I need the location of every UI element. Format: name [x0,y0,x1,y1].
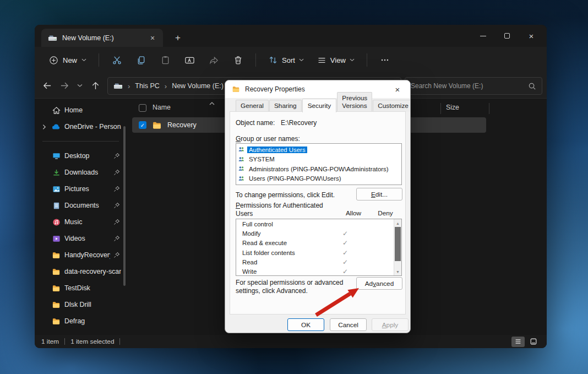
view-button[interactable]: View [312,51,360,69]
allow-checkmark[interactable]: ✓ [330,268,361,275]
tab-general[interactable]: General [236,100,269,112]
permission-row-read-execute[interactable]: Read & execute ✓ [236,239,401,248]
window-close-icon[interactable]: × [519,25,543,47]
sidebar-item-documents[interactable]: Documents [37,197,124,214]
group-item-administrators[interactable]: Administrators (PING-PANG-POW\Administra… [236,164,401,174]
group-item-label: Authenticated Users [247,147,307,153]
pin-icon [113,169,121,176]
sort-button[interactable]: Sort [263,51,309,69]
tab-bar: New Volume (E:) × + × [35,25,547,47]
sidebar-item-desktop[interactable]: Desktop [37,148,124,164]
delete-button[interactable] [227,51,249,69]
edit-button[interactable]: Edit... [356,188,402,200]
sidebar-item-pictures[interactable]: Pictures [37,181,124,197]
group-user-list: Authenticated Users SYSTEM Administrator… [236,143,402,185]
status-divider [64,338,65,345]
allow-column-header: Allow [338,209,369,217]
folder-icon [232,85,240,93]
tab-sharing[interactable]: Sharing [269,100,302,112]
chevron-right-icon[interactable] [40,124,48,130]
scroll-up-icon[interactable]: ▲ [394,219,401,227]
breadcrumb-separator: › [165,82,167,90]
cancel-button[interactable]: Cancel [330,318,367,331]
permission-row-modify[interactable]: Modify ✓ [236,229,401,238]
search-icon[interactable] [528,82,536,90]
sidebar-item-music[interactable]: Music [37,214,124,230]
ellipsis-icon [380,55,390,65]
scroll-down-icon[interactable]: ▼ [394,268,401,275]
explorer-tab[interactable]: New Volume (E:) × [41,29,163,47]
tab-previous-versions[interactable]: Previous Versions [337,92,372,112]
permission-row-list-folder-contents[interactable]: List folder contents ✓ [236,248,401,257]
recent-locations-icon[interactable] [73,77,86,95]
scissors-icon [112,55,122,66]
column-separator[interactable] [489,103,489,114]
permission-row-read[interactable]: Read ✓ [236,257,401,267]
rename-button[interactable] [178,51,200,69]
permissions-list: Full control Modify ✓ Read & execute ✓ L… [236,219,402,276]
column-header-size[interactable]: Size [446,104,459,111]
permissions-label: Permissions for Authenticated Users [236,202,337,218]
music-icon [51,218,61,226]
forward-icon[interactable] [56,77,73,95]
dialog-title-bar: Recovery Properties × [225,80,410,98]
tab-customize[interactable]: Customize [373,100,411,112]
row-checkbox-checked[interactable]: ✓ [139,121,146,129]
allow-checkmark[interactable]: ✓ [330,258,361,266]
group-item-system[interactable]: SYSTEM [236,155,401,165]
group-item-label: Users (PING-PANG-POW\Users) [247,175,342,182]
sidebar-item-label: Downloads [64,169,110,176]
group-or-user-names-label: Group or user names: [236,135,300,143]
new-tab-button[interactable]: + [170,30,186,46]
permission-row-full-control[interactable]: Full control [236,219,401,229]
scrollbar-thumb[interactable] [395,227,401,261]
select-all-checkbox[interactable] [139,104,146,112]
large-icons-view-button[interactable] [527,337,540,347]
sort-icon [268,55,278,65]
sidebar-item-defrag[interactable]: Defrag [37,313,124,329]
sidebar-item-testdisk[interactable]: TestDisk [37,280,124,296]
maximize-icon[interactable] [495,25,519,47]
permissions-scrollbar[interactable]: ▲▼ [394,219,401,275]
allow-checkmark[interactable]: ✓ [330,239,361,247]
share-button[interactable] [203,51,225,69]
sidebar-item-handyrecovery[interactable]: HandyRecovery [37,247,124,263]
breadcrumb-item-this-pc[interactable]: This PC [135,82,159,90]
window-controls: × [471,25,543,47]
pin-icon [113,235,121,242]
allow-checkmark[interactable]: ✓ [330,249,361,257]
sidebar-item-onedrive[interactable]: OneDrive - Personal [37,118,124,135]
pictures-icon [51,185,61,193]
back-icon[interactable] [38,77,56,95]
copy-button[interactable] [130,51,152,69]
sidebar-item-data-recovery-scan[interactable]: data-recovery-scan [37,263,124,280]
desktop-icon [51,152,61,160]
search-input[interactable] [411,82,528,90]
tab-close-icon[interactable]: × [146,32,159,44]
column-header-name[interactable]: Name [153,104,171,111]
allow-checkmark[interactable]: ✓ [330,230,361,237]
group-item-authenticated-users[interactable]: Authenticated Users [236,145,401,155]
new-button[interactable]: New [43,51,92,69]
more-options-button[interactable] [374,51,396,69]
column-separator[interactable] [440,103,441,114]
tab-security[interactable]: Security [302,99,337,112]
paste-button[interactable] [154,51,176,69]
cut-button[interactable] [106,51,128,69]
sidebar-item-videos[interactable]: Videos [37,230,124,247]
up-icon[interactable] [86,77,104,95]
ok-button[interactable]: OK [287,318,324,331]
group-item-label: Administrators (PING-PANG-POW\Administra… [247,166,390,172]
dialog-close-icon[interactable]: × [386,81,409,97]
apply-button[interactable]: Apply [372,318,409,331]
documents-icon [51,202,61,210]
sidebar-item-downloads[interactable]: Downloads [37,164,124,181]
sidebar-item-dlsk-drill[interactable]: Dlsk Drill [37,296,124,313]
breadcrumb-item-new-volume[interactable]: New Volume (E:) [172,82,224,90]
sidebar-item-home[interactable]: Home [37,102,124,118]
sidebar-scrollbar[interactable] [123,126,126,286]
sidebar-item-label: Desktop [64,152,110,160]
details-view-button[interactable] [511,337,525,347]
group-item-users[interactable]: Users (PING-PANG-POW\Users) [236,174,401,184]
minimize-icon[interactable] [471,25,495,47]
